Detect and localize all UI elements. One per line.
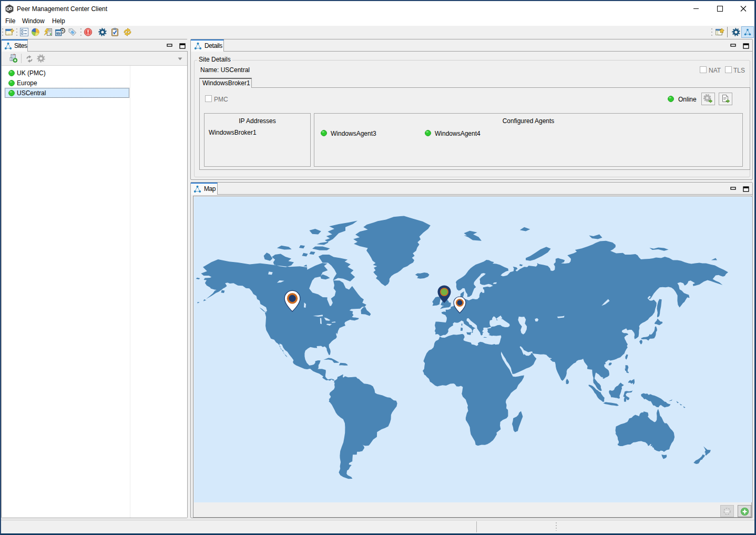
svg-text:12: 12 [57, 32, 60, 35]
